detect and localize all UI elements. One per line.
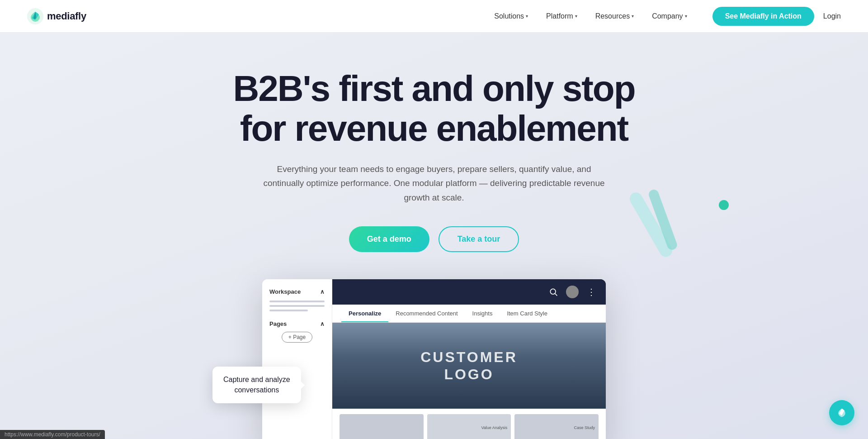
customer-logo-text: CUSTOMERLOGO — [420, 348, 518, 383]
thumbnail-item: Value Analysis — [427, 414, 511, 439]
nav-platform[interactable]: Platform ▾ — [539, 9, 585, 24]
pages-section: Pages ∧ — [269, 320, 325, 327]
content-line — [269, 305, 325, 307]
thumbnail-label: Value Analysis — [481, 425, 507, 430]
chevron-up-icon: ∧ — [320, 288, 325, 295]
sidebar-content-lines — [269, 301, 325, 311]
hero-section: B2B's first and only stop for revenue en… — [0, 33, 868, 439]
app-sidebar: Workspace ∧ Pages ∧ + Page — [262, 279, 332, 439]
app-topbar: ⋮ — [332, 279, 606, 305]
see-mediafly-button[interactable]: See Mediafly in Action — [712, 7, 814, 26]
logo[interactable]: mediafly — [27, 8, 86, 24]
decorative-dot — [719, 200, 729, 210]
app-content: CUSTOMERLOGO Value Analysis Case Study — [332, 323, 606, 439]
thumbnail-label: Case Study — [574, 425, 595, 430]
nav-links: Solutions ▾ Platform ▾ Resources ▾ Compa… — [487, 9, 694, 24]
capture-tooltip: Capture and analyze conversations — [212, 367, 301, 403]
fab-logo-button[interactable] — [829, 400, 854, 425]
svg-point-3 — [550, 289, 556, 294]
app-main: ⋮ Personalize Recommended Content Insigh… — [332, 279, 606, 439]
mediafly-logo-icon — [27, 8, 43, 24]
nav-actions: See Mediafly in Action Login — [712, 7, 841, 26]
app-window: Workspace ∧ Pages ∧ + Page — [262, 279, 606, 439]
more-options-icon[interactable]: ⋮ — [585, 286, 598, 298]
chevron-down-icon: ▾ — [632, 14, 634, 19]
chevron-down-icon: ▾ — [526, 14, 528, 19]
thumbnail-item: Case Study — [514, 414, 599, 439]
workspace-section: Workspace ∧ — [269, 288, 325, 295]
app-preview: Workspace ∧ Pages ∧ + Page — [258, 279, 610, 439]
tab-recommended-content[interactable]: Recommended Content — [388, 305, 465, 322]
hero-image: CUSTOMERLOGO — [332, 323, 606, 409]
chevron-down-icon: ▾ — [685, 14, 687, 19]
nav-solutions[interactable]: Solutions ▾ — [487, 9, 535, 24]
status-bar: https://www.mediafly.com/product-tours/ — [0, 430, 105, 439]
logo-text: mediafly — [47, 10, 86, 22]
tab-insights[interactable]: Insights — [465, 305, 500, 322]
content-line — [269, 301, 325, 302]
hero-subtitle: Everything your team needs to engage buy… — [262, 162, 606, 205]
navigation: mediafly Solutions ▾ Platform ▾ Resource… — [0, 0, 868, 33]
app-tabs: Personalize Recommended Content Insights… — [332, 305, 606, 323]
chevron-up-icon: ∧ — [320, 320, 325, 327]
hero-buttons: Get a demo Take a tour — [18, 226, 850, 252]
nav-company[interactable]: Company ▾ — [645, 9, 694, 24]
thumbnail-item — [340, 414, 424, 439]
content-line — [269, 310, 308, 311]
hero-title: B2B's first and only stop for revenue en… — [231, 69, 637, 148]
app-thumbnails: Value Analysis Case Study — [332, 409, 606, 439]
nav-resources[interactable]: Resources ▾ — [588, 9, 641, 24]
tab-personalize[interactable]: Personalize — [341, 305, 388, 322]
add-page-button[interactable]: + Page — [282, 332, 312, 343]
get-demo-button[interactable]: Get a demo — [349, 226, 429, 252]
tab-item-card-style[interactable]: Item Card Style — [500, 305, 555, 322]
svg-line-4 — [555, 294, 557, 296]
chevron-down-icon: ▾ — [575, 14, 577, 19]
search-icon[interactable] — [547, 286, 560, 298]
fab-icon — [835, 406, 848, 419]
take-tour-button[interactable]: Take a tour — [439, 226, 519, 252]
user-avatar — [566, 286, 579, 298]
login-link[interactable]: Login — [823, 12, 841, 20]
